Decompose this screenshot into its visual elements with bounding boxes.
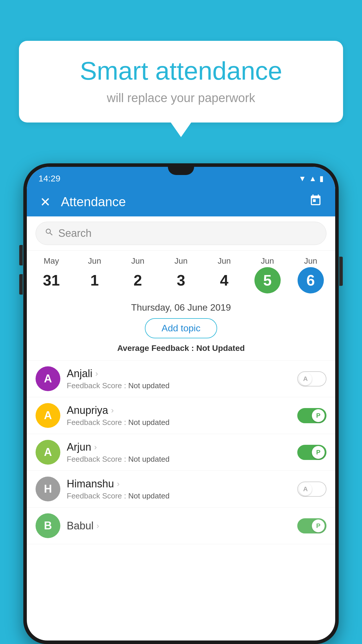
student-list: A Anjali › Feedback Score : Not updated … — [27, 360, 335, 544]
chevron-icon-babul: › — [96, 521, 99, 531]
month-label-1: Jun — [75, 256, 113, 266]
phone-frame: 14:29 ▼ ▲ ▮ ✕ Attendance — [23, 163, 339, 644]
app-bar: ✕ Attendance — [27, 187, 335, 216]
toggle-knob-arjun: P — [312, 446, 325, 459]
student-info-anjali: Anjali › Feedback Score : Not updated — [67, 368, 291, 390]
search-icon — [45, 228, 54, 239]
app-title: Attendance — [61, 195, 299, 209]
month-label-6: Jun — [292, 256, 330, 266]
student-info-anupriya: Anupriya › Feedback Score : Not updated — [67, 404, 291, 427]
date-cell-6[interactable]: 6 — [292, 267, 330, 293]
battery-icon: ▮ — [319, 174, 324, 183]
close-button[interactable]: ✕ — [37, 192, 54, 212]
feedback-score-himanshu: Feedback Score : Not updated — [67, 491, 291, 501]
avatar-himanshu: H — [36, 477, 60, 501]
date-5-today[interactable]: 5 — [254, 267, 281, 293]
student-item-himanshu[interactable]: H Himanshu › Feedback Score : Not update… — [27, 471, 335, 508]
toggle-anjali[interactable]: A — [297, 371, 326, 386]
toggle-himanshu[interactable]: A — [297, 482, 326, 497]
month-label-0: May — [32, 256, 70, 266]
avatar-babul: B — [36, 513, 60, 538]
status-icons: ▼ ▲ ▮ — [299, 174, 324, 183]
date-6-selected[interactable]: 6 — [298, 267, 324, 293]
attendance-toggle-anjali[interactable]: A — [297, 371, 326, 386]
toggle-knob-himanshu: A — [299, 483, 312, 496]
toggle-anupriya[interactable]: P — [297, 408, 326, 423]
chevron-icon-arjun: › — [94, 442, 97, 452]
power-button[interactable] — [339, 257, 343, 286]
date-31[interactable]: 31 — [38, 267, 64, 293]
feedback-score-arjun: Feedback Score : Not updated — [67, 455, 291, 464]
avatar-anupriya: A — [36, 403, 60, 428]
toggle-knob-babul: P — [312, 519, 325, 532]
attendance-toggle-babul[interactable]: P — [297, 518, 326, 533]
search-placeholder: Search — [58, 227, 92, 239]
student-info-babul: Babul › — [67, 520, 291, 532]
avatar-anjali: A — [36, 366, 60, 391]
student-name-anjali: Anjali › — [67, 368, 291, 380]
speech-bubble-container: Smart attendance will replace your paper… — [19, 41, 343, 137]
month-label-2: Jun — [119, 256, 157, 266]
month-label-3: Jun — [162, 256, 200, 266]
toggle-knob-anupriya: P — [312, 409, 325, 422]
date-cell-4[interactable]: 4 — [205, 267, 243, 293]
speech-bubble: Smart attendance will replace your paper… — [19, 41, 343, 123]
attendance-toggle-himanshu[interactable]: A — [297, 482, 326, 497]
date-3[interactable]: 3 — [168, 267, 194, 293]
selected-date: Thursday, 06 June 2019 — [27, 302, 335, 313]
status-time: 14:29 — [38, 174, 60, 183]
feedback-score-anupriya: Feedback Score : Not updated — [67, 418, 291, 427]
bubble-tail — [171, 123, 191, 137]
student-item-anupriya[interactable]: A Anupriya › Feedback Score : Not update… — [27, 397, 335, 434]
month-label-4: Jun — [205, 256, 243, 266]
attendance-toggle-anupriya[interactable]: P — [297, 408, 326, 423]
student-name-himanshu: Himanshu › — [67, 478, 291, 490]
student-item-babul[interactable]: B Babul › P — [27, 508, 335, 544]
bubble-subtitle: will replace your paperwork — [36, 91, 326, 105]
date-cell-0[interactable]: 31 — [32, 267, 70, 293]
chevron-icon-anjali: › — [95, 369, 98, 378]
bubble-title: Smart attendance — [36, 57, 326, 85]
student-item-anjali[interactable]: A Anjali › Feedback Score : Not updated … — [27, 360, 335, 397]
student-name-babul: Babul › — [67, 520, 291, 532]
date-info: Thursday, 06 June 2019 Add topic Average… — [27, 296, 335, 360]
calendar-strip: May Jun Jun Jun Jun Jun Jun 31 1 2 — [27, 251, 335, 296]
date-2[interactable]: 2 — [125, 267, 151, 293]
search-container: Search — [27, 216, 335, 251]
phone-notch — [168, 167, 194, 175]
avatar-arjun: A — [36, 440, 60, 465]
date-1[interactable]: 1 — [81, 267, 108, 293]
average-feedback-label: Average Feedback : — [117, 344, 196, 353]
student-name-anupriya: Anupriya › — [67, 404, 291, 416]
month-label-5: Jun — [249, 256, 287, 266]
add-topic-button[interactable]: Add topic — [145, 318, 217, 338]
toggle-arjun[interactable]: P — [297, 445, 326, 460]
feedback-score-anjali: Feedback Score : Not updated — [67, 381, 291, 390]
date-row: 31 1 2 3 4 5 6 — [30, 267, 332, 293]
calendar-button[interactable] — [306, 191, 325, 213]
search-bar[interactable]: Search — [36, 222, 326, 245]
toggle-babul[interactable]: P — [297, 518, 326, 533]
date-cell-1[interactable]: 1 — [75, 267, 113, 293]
student-item-arjun[interactable]: A Arjun › Feedback Score : Not updated P — [27, 434, 335, 471]
date-4[interactable]: 4 — [211, 267, 237, 293]
student-info-arjun: Arjun › Feedback Score : Not updated — [67, 441, 291, 464]
chevron-icon-himanshu: › — [117, 479, 120, 489]
chevron-icon-anupriya: › — [111, 406, 114, 415]
attendance-toggle-arjun[interactable]: P — [297, 445, 326, 460]
volume-down-button[interactable] — [19, 274, 23, 295]
volume-up-button[interactable] — [19, 245, 23, 265]
date-cell-2[interactable]: 2 — [119, 267, 157, 293]
toggle-knob-anjali: A — [299, 372, 312, 385]
average-feedback: Average Feedback : Not Updated — [27, 344, 335, 357]
date-cell-5[interactable]: 5 — [249, 267, 287, 293]
student-info-himanshu: Himanshu › Feedback Score : Not updated — [67, 478, 291, 501]
average-feedback-value: Not Updated — [196, 344, 245, 353]
wifi-icon: ▼ — [299, 174, 306, 183]
signal-icon: ▲ — [309, 174, 317, 183]
phone-screen: 14:29 ▼ ▲ ▮ ✕ Attendance — [27, 167, 335, 640]
date-cell-3[interactable]: 3 — [162, 267, 200, 293]
student-name-arjun: Arjun › — [67, 441, 291, 453]
month-row: May Jun Jun Jun Jun Jun Jun — [30, 256, 332, 266]
